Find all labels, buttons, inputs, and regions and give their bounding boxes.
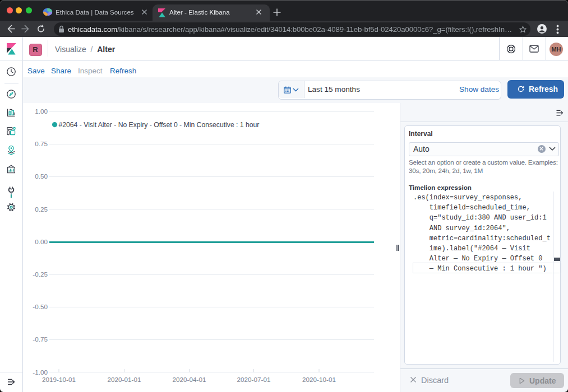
svg-text:0.00: 0.00 [35, 238, 48, 245]
svg-text:2020-07-01: 2020-07-01 [237, 376, 271, 383]
svg-text:#2064 - Visit Alter - No Expir: #2064 - Visit Alter - No Expiry - Offset… [59, 121, 260, 129]
svg-text:2020-10-01: 2020-10-01 [302, 376, 336, 383]
svg-text:0.25: 0.25 [35, 206, 48, 213]
svg-text:2020-04-01: 2020-04-01 [173, 376, 206, 383]
svg-text:-1.00: -1.00 [33, 368, 48, 376]
svg-text:1.00: 1.00 [35, 108, 48, 115]
svg-text:0.75: 0.75 [35, 140, 48, 147]
svg-text:-0.75: -0.75 [33, 335, 48, 343]
svg-text:-0.25: -0.25 [33, 270, 48, 278]
svg-text:-0.50: -0.50 [33, 303, 48, 310]
svg-text:2019-10-01: 2019-10-01 [42, 376, 76, 383]
svg-text:0.50: 0.50 [35, 172, 48, 180]
svg-text:2020-01-01: 2020-01-01 [108, 376, 141, 383]
